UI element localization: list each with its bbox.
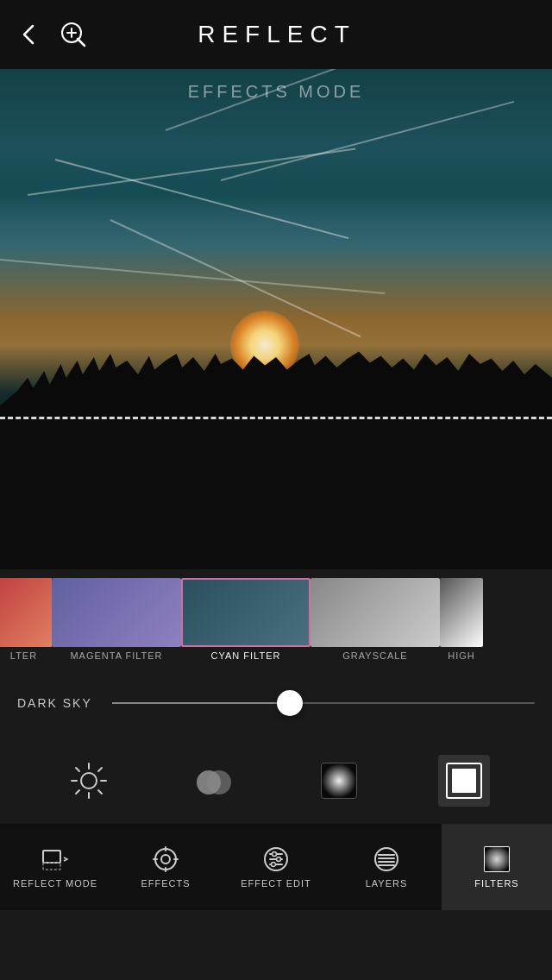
nav-item-filters[interactable]: FILTERS	[442, 824, 552, 910]
filter-label-magenta: MAGENTA FILTER	[70, 650, 162, 661]
filter-item-cyan[interactable]: CYAN FILTER	[181, 578, 310, 661]
svg-line-1	[78, 39, 85, 46]
svg-point-34	[272, 863, 276, 867]
effects-icon	[152, 845, 179, 873]
svg-point-27	[161, 855, 170, 864]
filter-label-cyan: CYAN FILTER	[211, 650, 281, 661]
app-title: REFLECT	[198, 21, 356, 48]
layers-icon	[373, 845, 400, 873]
photo-background: EFFECTS MODE	[0, 69, 552, 569]
nav-item-reflect[interactable]: REFLECT MODE	[0, 824, 110, 910]
filter-thumb-high	[440, 578, 483, 647]
filter-thumb-grayscale	[310, 578, 440, 647]
svg-rect-21	[43, 863, 60, 870]
blend-tool[interactable]	[188, 755, 240, 807]
vignette-tool[interactable]	[313, 755, 365, 807]
header: REFLECT	[0, 0, 552, 69]
svg-line-10	[98, 790, 102, 794]
reflection-divider	[0, 417, 552, 419]
effects-mode-label: EFFECTS MODE	[188, 82, 365, 102]
svg-line-12	[76, 790, 79, 794]
svg-line-11	[98, 768, 102, 771]
header-left	[17, 20, 88, 49]
svg-rect-18	[452, 769, 476, 793]
bottom-nav: REFLECT MODE EFFECTS	[0, 824, 552, 910]
slider-track[interactable]	[112, 702, 535, 704]
effect-edit-icon	[262, 845, 290, 873]
filter-item-grayscale[interactable]: GRAYSCALE	[310, 578, 440, 661]
svg-point-32	[277, 858, 281, 862]
frame-tool[interactable]	[438, 755, 490, 807]
filter-item-magenta[interactable]: MAGENTA FILTER	[52, 578, 181, 661]
filter-label-high: HIGH	[448, 650, 475, 661]
nav-item-effect-edit[interactable]: EFFECT EDIT	[221, 824, 331, 910]
filter-thumb-cyan	[181, 578, 310, 647]
nav-label-filters: FILTERS	[474, 878, 518, 889]
nav-label-layers: LAYERS	[366, 878, 408, 889]
svg-point-30	[273, 852, 277, 857]
filters-icon	[483, 845, 511, 873]
slider-area: DARK SKY	[0, 669, 552, 738]
svg-rect-16	[322, 763, 356, 798]
slider-thumb[interactable]	[277, 690, 303, 716]
photo-area: EFFECTS MODE	[0, 69, 552, 569]
nav-label-effects: EFFECTS	[141, 878, 190, 889]
reflect-icon	[41, 845, 69, 873]
slider-label: DARK SKY	[17, 696, 95, 710]
filter-thumb-red	[0, 578, 52, 647]
nav-label-effect-edit: EFFECT EDIT	[241, 878, 311, 889]
svg-point-4	[81, 773, 97, 788]
reflection-zone	[0, 419, 552, 569]
filter-item-red[interactable]: LTER	[0, 578, 52, 661]
back-button[interactable]	[17, 22, 41, 47]
tools-row	[0, 738, 552, 824]
filters-strip: LTER MAGENTA FILTER CYAN FILTER GRAYSCAL…	[0, 569, 552, 669]
filter-label-red: LTER	[10, 650, 37, 661]
filter-item-high[interactable]: HIGH	[440, 578, 483, 661]
svg-point-22	[155, 849, 176, 870]
svg-rect-41	[485, 847, 509, 871]
svg-point-14	[207, 770, 231, 795]
nav-item-effects[interactable]: EFFECTS	[110, 824, 221, 910]
zoom-button[interactable]	[59, 20, 88, 49]
brightness-tool[interactable]	[63, 755, 115, 807]
nav-item-layers[interactable]: LAYERS	[331, 824, 442, 910]
filter-label-grayscale: GRAYSCALE	[342, 650, 407, 661]
slider-fill	[112, 702, 290, 704]
svg-line-9	[76, 768, 79, 771]
svg-rect-19	[43, 851, 60, 863]
filter-thumb-magenta	[52, 578, 181, 647]
nav-label-reflect: REFLECT MODE	[13, 878, 97, 889]
photo-canvas: EFFECTS MODE	[0, 69, 552, 569]
